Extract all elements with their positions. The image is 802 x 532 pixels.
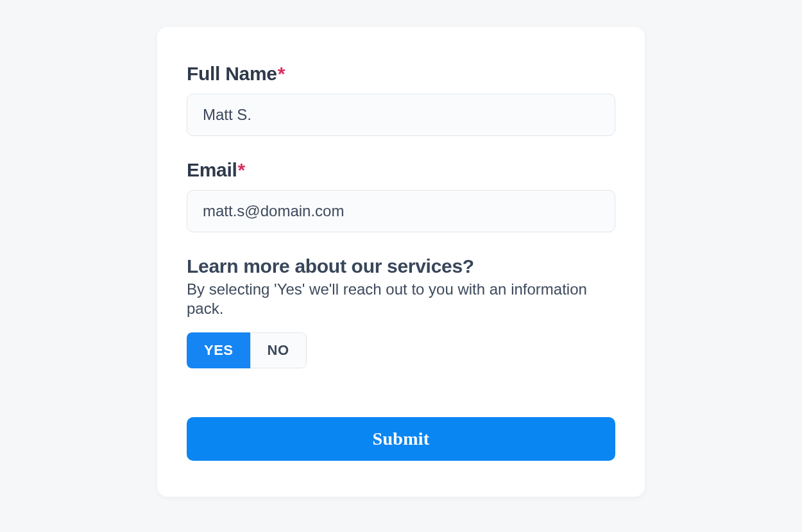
learn-more-description: By selecting 'Yes' we'll reach out to yo… [187, 280, 615, 318]
required-asterisk: * [238, 159, 245, 180]
email-group: Email* [187, 159, 615, 232]
required-asterisk: * [278, 63, 285, 84]
email-label-text: Email [187, 159, 237, 180]
full-name-input[interactable] [187, 94, 615, 136]
email-label: Email* [187, 159, 615, 181]
full-name-label: Full Name* [187, 63, 615, 85]
full-name-label-text: Full Name [187, 63, 277, 84]
full-name-group: Full Name* [187, 63, 615, 136]
yes-no-toggle: YES NO [187, 332, 307, 368]
learn-more-label: Learn more about our services? [187, 255, 615, 277]
form-card: Full Name* Email* Learn more about our s… [157, 27, 645, 497]
submit-button[interactable]: Submit [187, 417, 615, 461]
learn-more-group: Learn more about our services? By select… [187, 255, 615, 368]
email-input[interactable] [187, 190, 615, 232]
toggle-no-button[interactable]: NO [250, 332, 307, 368]
toggle-yes-button[interactable]: YES [187, 332, 250, 368]
